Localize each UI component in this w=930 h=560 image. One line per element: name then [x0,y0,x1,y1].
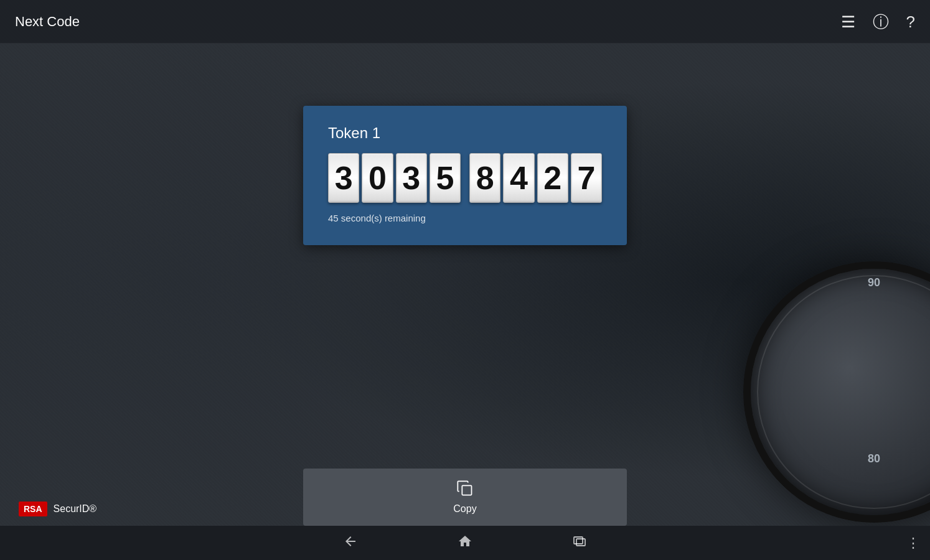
help-icon[interactable]: ? [906,14,915,30]
topbar: Next Code ☰ ⓘ ? [0,0,930,44]
code-digit-5: 8 [469,153,500,203]
copy-button[interactable]: Copy [303,469,627,526]
app-title: Next Code [15,14,841,30]
rsa-product: SecurID® [54,503,97,515]
timer-text: 45 second(s) remaining [328,213,602,223]
more-options[interactable]: ⋮ [906,535,920,551]
svg-rect-1 [574,537,583,544]
code-display: 3 0 3 5 8 4 2 7 [328,153,602,203]
back-button[interactable] [343,534,358,553]
recents-button[interactable] [572,534,587,553]
code-digit-8: 7 [571,153,602,203]
menu-icon[interactable]: ☰ [841,14,855,30]
home-button[interactable] [458,534,472,553]
copy-label: Copy [453,503,476,515]
rsa-logo: RSA SecurID® [19,502,96,516]
code-digit-2: 0 [362,153,393,203]
code-digit-7: 2 [537,153,568,203]
svg-rect-0 [462,485,471,495]
main-content: Token 1 3 0 3 5 8 4 2 7 45 second(s) rem… [0,44,930,476]
code-digit-1: 3 [328,153,359,203]
info-icon[interactable]: ⓘ [873,14,889,30]
action-bar: Copy [303,469,627,526]
token-label: Token 1 [328,124,602,142]
rsa-badge: RSA [19,502,47,516]
copy-icon [456,480,474,500]
svg-rect-2 [576,539,585,546]
code-digit-3: 3 [396,153,427,203]
code-digit-4: 5 [430,153,461,203]
token-card: Token 1 3 0 3 5 8 4 2 7 45 second(s) rem… [303,106,627,245]
code-digit-6: 4 [503,153,534,203]
nav-bar: ⋮ [0,526,930,560]
code-separator [463,153,467,203]
topbar-icons: ☰ ⓘ ? [841,14,915,30]
